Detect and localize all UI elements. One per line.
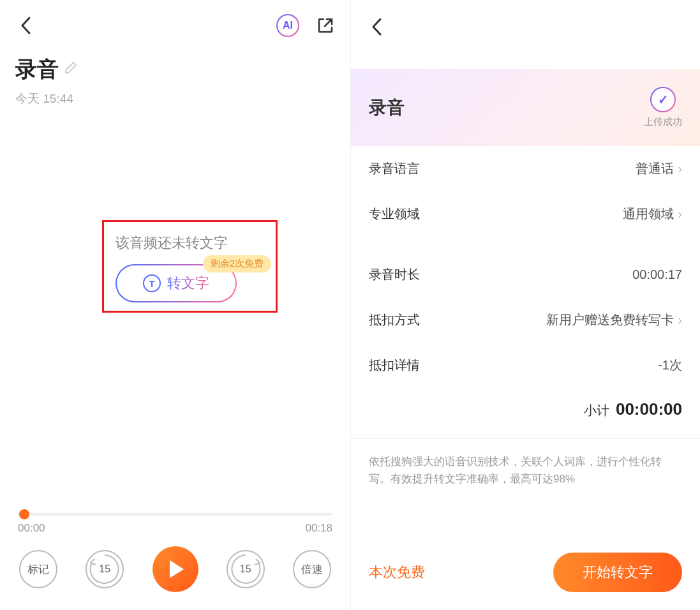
share-icon (316, 17, 334, 34)
row-language-label: 录音语言 (369, 160, 420, 177)
skip-forward-button[interactable]: 15 (227, 550, 265, 588)
speed-button[interactable]: 倍速 (293, 550, 331, 588)
recording-title-row[interactable]: 录音 (15, 55, 335, 84)
bottom-bar: 本次免费 开始转文字 (351, 539, 700, 610)
convert-highlight-box: 该音频还未转文字 T 转文字 剩余2次免费 (102, 220, 278, 313)
chevron-left-icon (20, 16, 31, 35)
row-duration-value: 00:00:17 (632, 267, 682, 282)
settings-rows: 录音语言 普通话 › 专业领域 通用领域 › 录音时长 00:00:17 抵扣方… (351, 146, 700, 388)
progress-thumb[interactable] (19, 509, 29, 519)
mark-button[interactable]: 标记 (19, 550, 57, 588)
row-duration: 录音时长 00:00:17 (369, 252, 682, 297)
skip-back-button[interactable]: 15 (86, 550, 124, 588)
subtotal-value: 00:00:00 (616, 399, 682, 419)
separator (351, 438, 700, 439)
success-check-icon: ✓ (650, 87, 676, 112)
row-discount-method[interactable]: 抵扣方式 新用户赠送免费转写卡 › (369, 297, 682, 343)
play-button[interactable] (153, 546, 198, 592)
chevron-left-icon (371, 17, 382, 36)
right-header (351, 0, 700, 37)
convert-to-text-button[interactable]: T 转文字 剩余2次免费 (115, 264, 237, 302)
transcribe-icon: T (143, 274, 161, 292)
chevron-right-icon: › (678, 161, 682, 176)
description-text: 依托搜狗强大的语音识别技术，关联个人词库，进行个性化转写。有效提升转文字准确率，… (351, 453, 700, 487)
row-discount-label: 抵扣方式 (369, 311, 420, 329)
subtotal-label: 小计 (584, 402, 609, 419)
row-detail-label: 抵扣详情 (369, 357, 420, 374)
speed-button-label: 倍速 (301, 562, 323, 577)
upload-status-label: 上传成功 (644, 116, 682, 128)
rewind-icon (86, 550, 124, 588)
ai-icon[interactable]: AI (276, 14, 299, 37)
share-button[interactable] (316, 16, 335, 35)
start-transcribe-button[interactable]: 开始转文字 (553, 553, 682, 592)
left-header: AI (0, 0, 350, 37)
convert-hint-text: 该音频还未转文字 (112, 234, 268, 253)
title-block: 录音 今天 15:44 (0, 37, 350, 107)
header-actions: AI (276, 14, 335, 37)
row-discount-value: 新用户赠送免费转写卡 (546, 311, 674, 329)
forward-icon (227, 550, 265, 588)
row-domain-value: 通用领域 (623, 205, 674, 223)
back-button[interactable] (15, 15, 36, 36)
mark-button-label: 标记 (27, 562, 49, 577)
subtotal-row: 小计 00:00:00 (351, 388, 700, 419)
transcribe-settings-screen: 录音 ✓ 上传成功 录音语言 普通话 › 专业领域 通用领域 › 录音时长 (350, 0, 700, 610)
play-icon (170, 560, 184, 578)
row-domain[interactable]: 专业领域 通用领域 › (369, 191, 682, 237)
chevron-right-icon: › (678, 313, 682, 327)
progress-bar[interactable] (18, 513, 332, 516)
free-remaining-badge: 剩余2次免费 (203, 255, 271, 272)
recording-detail-screen: AI 录音 今天 15:44 该音频还未转文字 T 转文字 剩余2次免费 00:… (0, 0, 350, 610)
current-time: 00:00 (18, 522, 45, 535)
recording-title: 录音 (369, 96, 405, 120)
upload-status: ✓ 上传成功 (644, 87, 682, 128)
player-controls: 标记 15 15 倍速 (18, 546, 332, 592)
upload-status-card: 录音 ✓ 上传成功 (351, 69, 700, 146)
free-this-time-label: 本次免费 (369, 563, 425, 582)
ai-icon-label: AI (283, 20, 293, 31)
time-row: 00:00 00:18 (18, 522, 332, 535)
chevron-right-icon: › (678, 207, 682, 221)
audio-player: 00:00 00:18 标记 15 15 倍速 (0, 513, 350, 610)
row-discount-detail: 抵扣详情 -1次 (369, 343, 682, 388)
row-language-value: 普通话 (636, 160, 674, 177)
row-duration-label: 录音时长 (369, 266, 420, 283)
edit-icon (64, 61, 78, 78)
row-domain-label: 专业领域 (369, 205, 420, 223)
convert-button-label: 转文字 (167, 274, 209, 293)
recording-title: 录音 (15, 55, 59, 84)
row-language[interactable]: 录音语言 普通话 › (369, 146, 682, 191)
total-time: 00:18 (305, 522, 332, 535)
recording-timestamp: 今天 15:44 (15, 91, 335, 107)
row-detail-value: -1次 (658, 357, 682, 374)
back-button[interactable] (366, 17, 387, 37)
